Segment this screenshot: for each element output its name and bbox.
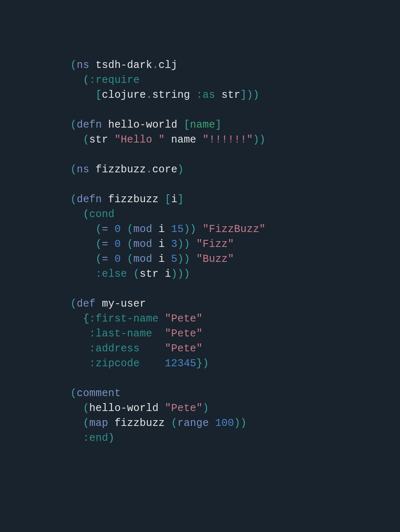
token-builtin: mod [133, 223, 152, 235]
token-fg [70, 253, 96, 265]
token-paren: ) [177, 268, 183, 280]
token-paren: ) [202, 358, 209, 370]
token-paren: ) [234, 417, 240, 429]
token-paren: ( [70, 298, 77, 310]
token-paren: ( [96, 253, 102, 265]
token-builtin: defn [77, 193, 102, 206]
code-line: (ns fizzbuzz.core) [70, 164, 184, 176]
code-line: (cond [70, 208, 114, 220]
token-fg [159, 313, 165, 325]
token-fg [70, 343, 89, 355]
token-fg: hello-world [89, 402, 165, 414]
code-line: (map fizzbuzz (range 100)) [70, 417, 247, 429]
token-paren: ) [253, 89, 259, 101]
token-builtin: = [102, 238, 114, 250]
token-brace: } [196, 358, 202, 370]
token-fg: clojure [102, 89, 146, 101]
token-builtin: mod [133, 253, 152, 265]
token-paren: ) [259, 134, 265, 146]
token-kw: :require [89, 74, 140, 86]
code-editor[interactable]: (ns tsdh-dark.clj (:require [clojure.str… [0, 0, 400, 446]
token-builtin: defn [77, 119, 102, 131]
token-paren: ( [70, 164, 77, 176]
code-line: (comment [70, 387, 121, 399]
code-line: (= 0 (mod i 5)) "Buzz" [70, 253, 234, 265]
token-string: "Hello " [114, 134, 165, 146]
token-kw: :address [89, 343, 140, 355]
token-paren: ( [70, 193, 77, 206]
token-kw: :as [196, 89, 215, 101]
token-paren: ( [96, 223, 102, 235]
token-fg [70, 432, 83, 444]
token-fg [70, 238, 96, 250]
token-number: 12345 [165, 358, 196, 370]
token-string: "Pete" [165, 328, 202, 340]
token-brace: { [83, 313, 89, 325]
token-number: 0 [114, 238, 120, 250]
token-paren: ) [240, 417, 246, 429]
token-paren: ) [184, 268, 190, 280]
token-fg: fizzbuzz [102, 193, 165, 206]
token-paren: ( [127, 253, 133, 265]
token-fg: i [152, 253, 171, 265]
token-bracket: [ [165, 193, 171, 206]
token-paren: ) [184, 223, 190, 235]
token-paren: ( [70, 59, 77, 71]
token-fg: i [152, 238, 171, 250]
token-fg: core [152, 164, 178, 176]
token-number: 3 [171, 238, 177, 250]
token-paren: ) [184, 253, 190, 265]
token-green: name [190, 119, 215, 131]
token-fg [190, 253, 196, 265]
token-fg [140, 343, 165, 355]
token-string: "!!!!!!" [202, 134, 253, 146]
code-line: (ns tsdh-dark.clj [70, 59, 177, 71]
token-builtin: range [177, 417, 215, 429]
token-fg: my-user [96, 298, 146, 310]
token-fg [70, 268, 96, 280]
token-fg: tsdh-dark [89, 59, 152, 71]
code-line: (:require [70, 74, 140, 86]
token-fg: name [165, 134, 202, 146]
token-fg [70, 402, 83, 414]
token-fg [70, 134, 83, 146]
code-line: {:first-name "Pete" [70, 313, 202, 325]
token-paren: ( [70, 119, 77, 131]
token-paren: ( [171, 417, 177, 429]
token-paren: ( [83, 74, 89, 86]
token-paren: ( [83, 417, 89, 429]
token-paren: ) [190, 223, 196, 235]
token-fg [70, 208, 83, 220]
token-paren: ) [177, 238, 183, 250]
token-fg [190, 238, 196, 250]
code-line: (= 0 (mod i 3)) "Fizz" [70, 238, 234, 250]
token-paren: ) [184, 238, 190, 250]
token-builtin: comment [77, 387, 120, 399]
token-kw: cond [89, 208, 115, 220]
code-line: (def my-user [70, 298, 146, 310]
token-paren: ( [127, 223, 133, 235]
token-number: 100 [215, 417, 234, 429]
token-fg [70, 328, 89, 340]
token-fg [70, 223, 96, 235]
token-fg [121, 253, 127, 265]
token-number: 0 [114, 253, 120, 265]
code-line: (defn hello-world [name] [70, 119, 222, 131]
token-bracket: [ [184, 119, 190, 131]
code-line: (str "Hello " name "!!!!!!")) [70, 134, 265, 146]
token-fg: i [152, 223, 171, 235]
token-string: "Pete" [165, 313, 202, 325]
token-kw: :first-name [89, 313, 159, 325]
token-paren: ( [83, 208, 89, 220]
token-fg: i [165, 268, 171, 280]
token-fg: i [171, 193, 177, 206]
token-fg [70, 313, 83, 325]
token-paren: ( [70, 387, 77, 399]
token-number: 5 [171, 253, 177, 265]
token-builtin: ns [77, 59, 89, 71]
code-line: (= 0 (mod i 15)) "FizzBuzz" [70, 223, 265, 235]
code-line: (hello-world "Pete") [70, 402, 209, 414]
token-number: 15 [171, 223, 183, 235]
token-string: "Fizz" [196, 238, 234, 250]
code-line: :end) [70, 432, 114, 444]
